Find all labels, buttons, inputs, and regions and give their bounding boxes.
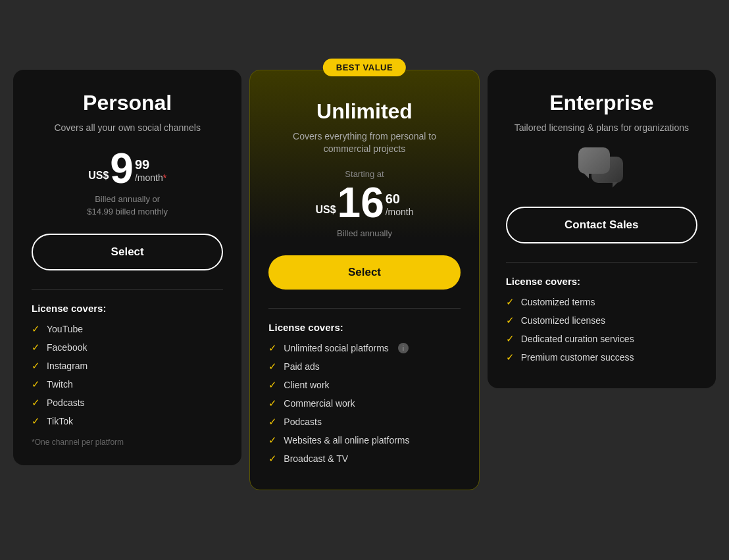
check-icon: ✓ bbox=[506, 296, 515, 308]
unlimited-currency: US$ bbox=[315, 204, 336, 216]
personal-price-detail: 99 /month* bbox=[135, 157, 166, 183]
list-item: ✓Customized terms bbox=[506, 296, 697, 308]
personal-price-main: 9 bbox=[110, 147, 134, 190]
unlimited-select-button[interactable]: Select bbox=[268, 255, 460, 290]
list-item: ✓YouTube bbox=[32, 323, 223, 335]
pricing-container: Personal Covers all your own social chan… bbox=[13, 70, 716, 490]
personal-price-period: /month* bbox=[135, 172, 166, 183]
check-icon: ✓ bbox=[268, 379, 277, 391]
chat-bubbles-icon bbox=[578, 147, 624, 187]
check-icon: ✓ bbox=[268, 416, 277, 428]
list-item: ✓Instagram bbox=[32, 360, 223, 372]
check-icon: ✓ bbox=[32, 378, 40, 390]
personal-plan-subtitle: Covers all your own social channels bbox=[32, 122, 223, 135]
personal-select-button[interactable]: Select bbox=[32, 234, 223, 270]
personal-currency: US$ bbox=[88, 170, 109, 182]
list-item: ✓Podcasts bbox=[32, 397, 223, 409]
check-icon: ✓ bbox=[32, 342, 40, 353]
info-icon[interactable]: i bbox=[398, 343, 409, 353]
list-item: ✓Premium customer success bbox=[506, 351, 697, 363]
list-item: ✓Commercial work bbox=[268, 397, 460, 409]
unlimited-divider bbox=[268, 308, 460, 309]
unlimited-plan-card: BEST VALUE Unlimited Covers everything f… bbox=[249, 70, 479, 490]
check-icon: ✓ bbox=[32, 360, 40, 372]
personal-price-block: US$ 9 99 /month* bbox=[32, 147, 223, 190]
unlimited-license-label: License covers: bbox=[268, 322, 460, 333]
enterprise-icon-area bbox=[506, 147, 697, 187]
personal-billing-note: Billed annually or$14.99 billed monthly bbox=[32, 193, 223, 217]
unlimited-price-cents: 60 bbox=[386, 191, 414, 207]
unlimited-price-block: US$ 16 60 /month bbox=[268, 182, 460, 224]
unlimited-plan-title: Unlimited bbox=[268, 99, 460, 124]
personal-plan-card: Personal Covers all your own social chan… bbox=[13, 70, 241, 465]
list-item: ✓Customized licenses bbox=[506, 315, 697, 326]
list-item: ✓TikTok bbox=[32, 415, 223, 427]
best-value-badge: BEST VALUE bbox=[323, 59, 406, 76]
list-item: ✓Podcasts bbox=[268, 416, 460, 428]
list-item: ✓Twitch bbox=[32, 378, 223, 390]
enterprise-contact-button[interactable]: Contact Sales bbox=[506, 207, 697, 243]
enterprise-license-label: License covers: bbox=[506, 276, 697, 287]
list-item: ✓Websites & all online platforms bbox=[268, 434, 460, 446]
check-icon: ✓ bbox=[506, 333, 515, 345]
check-icon: ✓ bbox=[268, 453, 277, 465]
check-icon: ✓ bbox=[268, 361, 277, 372]
check-icon: ✓ bbox=[268, 434, 277, 446]
chat-bubble-1 bbox=[578, 147, 610, 174]
check-icon: ✓ bbox=[32, 397, 40, 409]
check-icon: ✓ bbox=[268, 397, 277, 409]
check-icon: ✓ bbox=[506, 351, 515, 363]
list-item: ✓Facebook bbox=[32, 342, 223, 353]
enterprise-divider bbox=[506, 262, 697, 263]
personal-price-cents: 99 bbox=[135, 157, 166, 172]
unlimited-price-period: /month bbox=[386, 207, 414, 217]
check-icon: ✓ bbox=[506, 315, 515, 326]
list-item: ✓Broadcast & TV bbox=[268, 453, 460, 465]
list-item: ✓ Unlimited social platforms i bbox=[268, 342, 460, 354]
unlimited-starting-at: Starting at bbox=[268, 169, 460, 179]
personal-license-label: License covers: bbox=[32, 303, 223, 314]
check-icon: ✓ bbox=[32, 323, 40, 335]
enterprise-plan-card: Enterprise Tailored licensing & plans fo… bbox=[488, 70, 716, 389]
unlimited-feature-list: ✓ Unlimited social platforms i ✓Paid ads… bbox=[268, 342, 460, 465]
personal-feature-list: ✓YouTube ✓Facebook ✓Instagram ✓Twitch ✓P… bbox=[32, 323, 223, 427]
unlimited-price-main: 16 bbox=[338, 182, 384, 224]
unlimited-billing-note: Billed annually bbox=[268, 228, 460, 240]
personal-divider bbox=[32, 289, 223, 290]
enterprise-feature-list: ✓Customized terms ✓Customized licenses ✓… bbox=[506, 296, 697, 363]
check-icon: ✓ bbox=[268, 342, 277, 354]
personal-plan-title: Personal bbox=[32, 91, 223, 115]
list-item: ✓Paid ads bbox=[268, 361, 460, 372]
unlimited-price-detail: 60 /month bbox=[386, 191, 414, 217]
enterprise-plan-subtitle: Tailored licensing & plans for organizat… bbox=[506, 122, 697, 135]
unlimited-plan-subtitle: Covers everything from personal to comme… bbox=[268, 130, 460, 156]
personal-footnote: *One channel per platform bbox=[32, 438, 223, 447]
list-item: ✓Client work bbox=[268, 379, 460, 391]
list-item: ✓Dedicated curation services bbox=[506, 333, 697, 345]
enterprise-plan-title: Enterprise bbox=[506, 91, 697, 115]
check-icon: ✓ bbox=[32, 415, 40, 427]
